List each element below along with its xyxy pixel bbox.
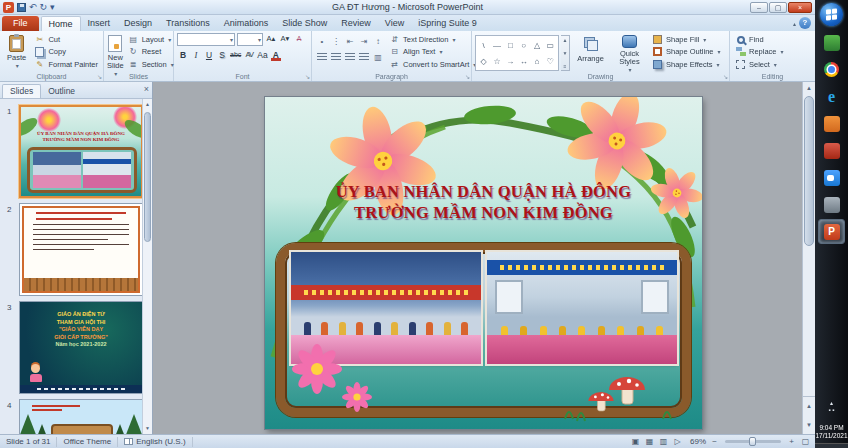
taskbar-app-red[interactable] <box>818 138 845 163</box>
zoom-in-button[interactable]: + <box>786 437 797 446</box>
slide-thumbnail-4[interactable] <box>19 399 142 434</box>
select-button[interactable]: Select▾ <box>733 59 786 70</box>
canvas-scrollbar[interactable]: ▲ ▲ ▼ <box>802 82 815 434</box>
columns-button[interactable]: ▥ <box>371 51 385 63</box>
shape-outline-button[interactable]: Shape Outline▾ <box>650 46 723 57</box>
slide-sorter-view-button[interactable]: ▦ <box>644 437 655 446</box>
slide-thumbnail-1[interactable]: ỦY BAN NHÂN DÂN QUẬN HÀ ĐÔNG TRƯỜNG MẦM … <box>19 105 142 198</box>
increase-indent-button[interactable]: ⇥ <box>357 35 371 47</box>
reading-view-button[interactable]: ▥ <box>658 437 669 446</box>
align-right-button[interactable] <box>343 51 357 63</box>
reset-button[interactable]: ↻ Reset <box>126 46 176 57</box>
bold-button[interactable]: B <box>177 49 189 61</box>
pow[interactable]: P <box>818 219 845 244</box>
clear-formatting-button[interactable]: A <box>293 33 305 45</box>
close-button[interactable]: × <box>788 2 812 13</box>
tab-home[interactable]: Home <box>41 16 81 31</box>
shapes-gallery[interactable]: \— □○ △▭ ◇☆ →↔ ⌂♡ <box>475 35 559 71</box>
taskbar-app-orange[interactable] <box>818 111 845 136</box>
format-painter-button[interactable]: ✎ Format Painter <box>32 59 100 70</box>
find-button[interactable]: Find <box>733 34 786 45</box>
change-case-button[interactable]: Aa <box>256 49 268 61</box>
tab-design[interactable]: Design <box>117 16 159 31</box>
redo-icon[interactable]: ↻ <box>40 2 48 13</box>
taskbar-app-green[interactable] <box>818 30 845 55</box>
tab-view[interactable]: View <box>378 16 411 31</box>
close-pane-icon[interactable]: × <box>144 85 149 94</box>
panel-scrollbar-thumb[interactable] <box>144 112 151 242</box>
font-name-combobox[interactable]: ▾ <box>177 33 235 46</box>
paragraph-dialog-launcher[interactable]: ↘ <box>465 74 470 80</box>
replace-button[interactable]: Replace▾ <box>733 46 786 57</box>
tab-slide-show[interactable]: Slide Show <box>275 16 334 31</box>
line-spacing-button[interactable]: ↕ <box>371 35 385 47</box>
justify-button[interactable] <box>357 51 371 63</box>
previous-slide-button[interactable]: ▲ <box>806 403 812 409</box>
normal-view-button[interactable]: ▣ <box>630 437 641 446</box>
cut-button[interactable]: ✂ Cut <box>32 34 100 45</box>
slide-editor[interactable]: ỦY BAN NHÂN DÂN QUẬN HÀ ĐÔNG TRƯỜNG MẦM … <box>265 97 702 429</box>
clipboard-dialog-launcher[interactable]: ↘ <box>97 74 102 80</box>
layout-button[interactable]: ▤ Layout▾ <box>126 34 176 45</box>
font-size-combobox[interactable]: ▾ <box>237 33 263 46</box>
font-color-button[interactable]: A <box>270 49 282 61</box>
panel-scrollbar[interactable]: ▲ ▼ <box>142 99 152 434</box>
tab-animations[interactable]: Animations <box>217 16 276 31</box>
undo-icon[interactable]: ↶ <box>29 2 37 13</box>
drawing-dialog-launcher[interactable]: ↘ <box>723 74 728 80</box>
numbering-button[interactable]: ⋮ <box>329 35 343 47</box>
tab-review[interactable]: Review <box>334 16 378 31</box>
font-dialog-launcher[interactable]: ↘ <box>305 74 310 80</box>
quick-styles-button[interactable]: Quick Styles ▾ <box>611 33 648 70</box>
align-center-button[interactable] <box>329 51 343 63</box>
italic-button[interactable]: I <box>190 49 202 61</box>
section-button[interactable]: ≣ Section▾ <box>126 59 176 70</box>
align-left-button[interactable] <box>315 51 329 63</box>
new-slide-button[interactable]: New Slide ▾ <box>107 33 124 70</box>
next-slide-button[interactable]: ▼ <box>806 422 812 428</box>
arrange-button[interactable]: Arrange <box>572 33 609 70</box>
start-button[interactable] <box>820 3 843 26</box>
language-indicator[interactable]: English (U.S.) <box>118 437 192 447</box>
fit-to-window-button[interactable]: ▢ <box>800 437 811 446</box>
taskbar-clock[interactable]: 9:04 PM 17/11/2021 <box>815 424 848 440</box>
zoom-app-icon[interactable] <box>818 165 845 190</box>
taskbar-app-gray[interactable] <box>818 192 845 217</box>
zoom-slider-thumb[interactable] <box>749 437 756 446</box>
canvas-scrollbar-thumb[interactable] <box>804 96 814 246</box>
qat-dropdown-icon[interactable]: ▾ <box>50 2 55 13</box>
minimize-ribbon-icon[interactable]: ▴ <box>793 20 796 27</box>
zoom-percentage[interactable]: 69% <box>686 437 706 446</box>
slide-thumbnail-2[interactable] <box>19 203 142 296</box>
shapes-gallery-scroll[interactable]: ▲▼≡ <box>561 35 570 71</box>
maximize-button[interactable]: ▢ <box>769 2 787 13</box>
text-direction-button[interactable]: ⇵ Text Direction▾ <box>387 34 478 45</box>
strikethrough-button[interactable]: abc <box>229 49 242 61</box>
show-desktop-button[interactable] <box>815 443 848 448</box>
tab-ispring-suite-9[interactable]: iSpring Suite 9 <box>411 16 484 31</box>
file-tab[interactable]: File <box>2 16 39 31</box>
tab-insert[interactable]: Insert <box>81 16 118 31</box>
character-spacing-button[interactable]: AV <box>243 49 255 61</box>
slide-thumbnail-3[interactable]: GIÁO ÁN ĐIỆN TỬ THAM GIA HỘI THI "GIÁO V… <box>19 301 142 394</box>
convert-to-smartart-button[interactable]: ⇄ Convert to SmartArt▾ <box>387 59 478 70</box>
shrink-font-button[interactable]: A▾ <box>279 33 291 45</box>
tab-slides-pane[interactable]: Slides <box>2 84 41 98</box>
chrome-icon[interactable] <box>818 57 845 82</box>
save-icon[interactable] <box>17 3 26 12</box>
tab-outline-pane[interactable]: Outline <box>41 85 82 98</box>
zoom-slider[interactable] <box>725 440 781 443</box>
decrease-indent-button[interactable]: ⇤ <box>343 35 357 47</box>
grow-font-button[interactable]: A▴ <box>265 33 277 45</box>
tab-transitions[interactable]: Transitions <box>159 16 217 31</box>
notification-area[interactable]: ▴▪ ▪ <box>815 400 848 414</box>
shape-fill-button[interactable]: Shape Fill▾ <box>650 34 723 45</box>
edge-browser-icon[interactable]: e <box>818 84 845 109</box>
minimize-button[interactable]: – <box>750 2 768 13</box>
slide-canvas-area[interactable]: ỦY BAN NHÂN DÂN QUẬN HÀ ĐÔNG TRƯỜNG MẦM … <box>153 82 815 434</box>
copy-button[interactable]: Copy <box>32 46 100 57</box>
scroll-up-icon[interactable]: ▲ <box>803 82 815 95</box>
help-icon[interactable]: ? <box>799 17 811 29</box>
paste-button[interactable]: Paste ▾ <box>3 33 30 70</box>
powerpoint-app-icon[interactable]: P <box>3 2 14 13</box>
